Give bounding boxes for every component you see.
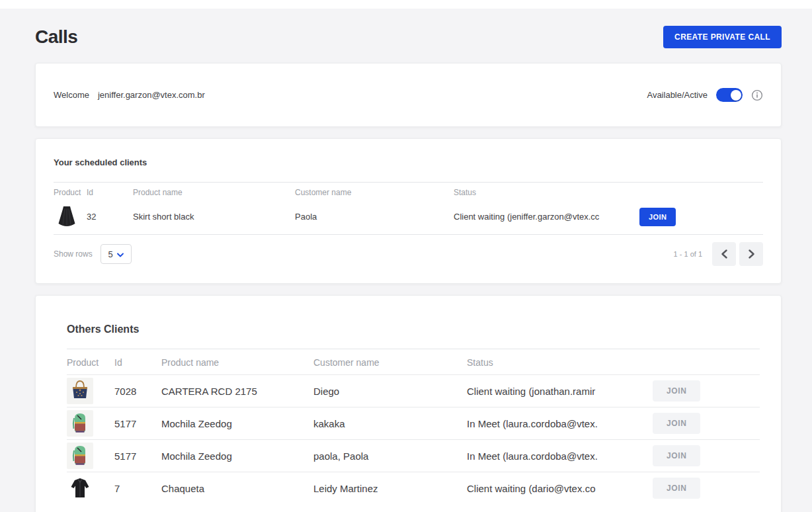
product-image-green-red-backpack bbox=[67, 410, 93, 437]
pagination: 1 - 1 of 1 bbox=[674, 242, 763, 266]
availability-toggle[interactable] bbox=[716, 88, 743, 102]
join-button[interactable]: JOIN bbox=[653, 413, 700, 434]
cell-customer-name: Paola bbox=[295, 212, 454, 222]
create-private-call-button[interactable]: CREATE PRIVATE CALL bbox=[663, 26, 782, 48]
rows-per-page-select[interactable]: 5 bbox=[101, 244, 132, 264]
toggle-knob bbox=[731, 90, 741, 101]
column-header-customer-name: Customer name bbox=[295, 188, 454, 197]
availability-label: Available/Active bbox=[647, 90, 708, 100]
cell-id: 5177 bbox=[114, 418, 161, 429]
cell-status: Client waiting (jonathan.ramir bbox=[467, 386, 653, 397]
join-button[interactable]: JOIN bbox=[653, 445, 700, 466]
table-row: 7028 CARTERA RCD 2175 Diego Client waiti… bbox=[67, 374, 760, 407]
cell-product-name: CARTERA RCD 2175 bbox=[161, 386, 313, 397]
scheduled-clients-table: Product Id Product name Customer name St… bbox=[54, 182, 763, 235]
column-header-status: Status bbox=[454, 188, 639, 197]
table-header-row: Product Id Product name Customer name St… bbox=[67, 349, 760, 374]
cell-customer-name: Diego bbox=[313, 386, 467, 397]
product-image-navy-tote-bag bbox=[67, 378, 93, 404]
join-button[interactable]: JOIN bbox=[653, 380, 700, 402]
column-header-id: Id bbox=[114, 357, 161, 368]
pagination-next-button[interactable] bbox=[739, 242, 763, 266]
cell-product-name: Mochila Zeedog bbox=[161, 450, 313, 462]
table-row: 32 Skirt short black Paola Client waitin… bbox=[54, 199, 763, 235]
show-rows-label: Show rows bbox=[54, 249, 93, 259]
cell-id: 7 bbox=[114, 483, 161, 494]
chevron-down-icon bbox=[117, 249, 124, 259]
availability-controls: Available/Active bbox=[647, 88, 763, 102]
join-button[interactable]: JOIN bbox=[639, 208, 676, 226]
cell-status: In Meet (laura.cordoba@vtex. bbox=[467, 418, 653, 429]
product-image-green-red-backpack bbox=[67, 443, 93, 469]
table-header-row: Product Id Product name Customer name St… bbox=[54, 182, 763, 199]
top-white-bar bbox=[0, 0, 812, 9]
others-clients-title: Others Clients bbox=[67, 323, 760, 335]
pagination-prev-button[interactable] bbox=[712, 242, 736, 266]
column-header-customer-name: Customer name bbox=[313, 357, 467, 368]
others-clients-table: Product Id Product name Customer name St… bbox=[67, 349, 760, 504]
scheduled-clients-card: Your scheduled clients Product Id Produc… bbox=[35, 138, 782, 284]
column-header-status: Status bbox=[467, 357, 653, 368]
cell-product-name: Mochila Zeedog bbox=[161, 418, 313, 429]
agent-email: jeniffer.garzon@vtex.com.br bbox=[98, 90, 205, 100]
cell-status: Client waiting (dario@vtex.co bbox=[467, 483, 653, 494]
welcome-message: Welcome jeniffer.garzon@vtex.com.br bbox=[54, 90, 205, 100]
column-header-product: Product bbox=[54, 188, 87, 197]
cell-customer-name: Leidy Martinez bbox=[313, 483, 467, 494]
column-header-product-name: Product name bbox=[133, 188, 295, 197]
column-header-product-name: Product name bbox=[161, 357, 313, 368]
rows-per-page-value: 5 bbox=[108, 249, 113, 259]
chevron-left-icon bbox=[721, 249, 728, 259]
cell-status: Client waiting (jeniffer.garzon@vtex.cc bbox=[454, 212, 639, 222]
table-footer: Show rows 5 1 - 1 of 1 bbox=[54, 242, 763, 266]
page-title: Calls bbox=[35, 26, 77, 48]
others-clients-card: Others Clients Product Id Product name C… bbox=[35, 295, 782, 512]
cell-status: In Meet (laura.cordoba@vtex. bbox=[467, 450, 653, 462]
pagination-range: 1 - 1 of 1 bbox=[674, 250, 702, 258]
table-row: 7 Chaqueta Leidy Martinez Client waiting… bbox=[67, 472, 760, 504]
cell-customer-name: kakaka bbox=[313, 418, 467, 429]
cell-id: 5177 bbox=[114, 450, 161, 462]
chevron-right-icon bbox=[748, 249, 755, 259]
welcome-label: Welcome bbox=[54, 90, 89, 100]
page-header: Calls CREATE PRIVATE CALL bbox=[35, 26, 782, 48]
cell-customer-name: paola, Paola bbox=[313, 450, 467, 462]
cell-product-name: Chaqueta bbox=[161, 483, 313, 494]
table-row: 5177 Mochila Zeedog paola, Paola In Meet… bbox=[67, 439, 760, 472]
column-header-id: Id bbox=[87, 188, 133, 197]
join-button[interactable]: JOIN bbox=[653, 478, 700, 499]
product-image-black-jacket bbox=[67, 475, 93, 501]
column-header-product: Product bbox=[67, 357, 114, 368]
table-row: 5177 Mochila Zeedog kakaka In Meet (laur… bbox=[67, 407, 760, 439]
cell-id: 7028 bbox=[114, 386, 161, 397]
welcome-card: Welcome jeniffer.garzon@vtex.com.br Avai… bbox=[35, 63, 782, 127]
cell-product-name: Skirt short black bbox=[133, 212, 295, 222]
scheduled-clients-title: Your scheduled clients bbox=[54, 157, 763, 167]
info-circle-icon[interactable] bbox=[751, 89, 763, 101]
cell-id: 32 bbox=[87, 212, 133, 222]
product-image-black-skirt bbox=[54, 204, 80, 230]
